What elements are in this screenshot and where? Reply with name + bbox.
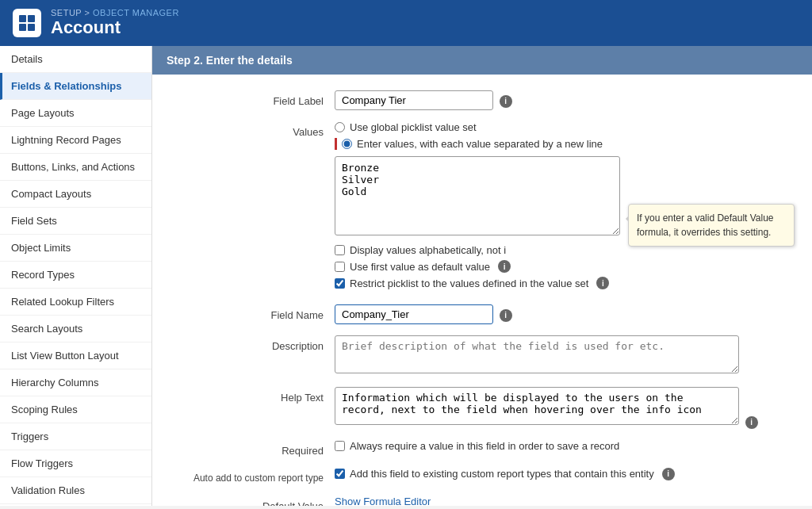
red-bar (335, 138, 337, 150)
field-label-input[interactable] (335, 90, 493, 110)
sidebar: DetailsFields & RelationshipsPage Layout… (0, 46, 152, 506)
tooltip-text: If you enter a valid Default Value formu… (637, 212, 774, 238)
use-global-radio[interactable] (335, 122, 345, 132)
required-checkbox-label: Always require a value in this field in … (350, 440, 619, 452)
tooltip-box: If you enter a valid Default Value formu… (628, 204, 795, 247)
auto-add-info-icon[interactable]: i (662, 468, 675, 480)
auto-add-content: Add this field to existing custom report… (335, 468, 788, 484)
field-name-content: i (335, 304, 788, 324)
sidebar-item-list-view-button-layout[interactable]: List View Button Layout (0, 343, 151, 369)
sidebar-item-fields-relationships[interactable]: Fields & Relationships (0, 73, 151, 100)
sidebar-item-buttons-links-actions[interactable]: Buttons, Links, and Actions (0, 154, 151, 181)
object-manager-link[interactable]: OBJECT MANAGER (93, 8, 179, 17)
restrict-checkbox[interactable] (335, 278, 345, 289)
required-label: Required (176, 440, 335, 457)
display-alpha-label: Display values alphabetically, not i (350, 244, 506, 256)
default-value-row: Default Value Show Formula Editor Use fo… (176, 496, 788, 506)
sidebar-item-object-limits[interactable]: Object Limits (0, 235, 151, 262)
app-header: SETUP > OBJECT MANAGER Account (0, 0, 812, 46)
values-content: Use global picklist value set Enter valu… (335, 121, 788, 293)
show-formula-editor-link[interactable]: Show Formula Editor (335, 496, 431, 506)
checkbox-group: Display values alphabetically, not i Use… (335, 244, 788, 289)
radio-enter-inner: Enter values, with each value separated … (342, 138, 603, 150)
required-checkbox-row: Always require a value in this field in … (335, 440, 788, 452)
svg-rect-0 (19, 15, 26, 22)
enter-values-radio[interactable] (342, 139, 352, 149)
sidebar-item-scoping-rules[interactable]: Scoping Rules (0, 396, 151, 423)
description-row: Description (176, 335, 788, 376)
breadcrumb: SETUP > OBJECT MANAGER (51, 8, 179, 17)
default-value-label: Default Value (176, 496, 335, 506)
field-name-label: Field Name (176, 304, 335, 321)
description-label: Description (176, 335, 335, 352)
restrict-info-icon[interactable]: i (596, 277, 609, 289)
sidebar-item-triggers[interactable]: Triggers (0, 423, 151, 450)
svg-rect-2 (19, 24, 26, 31)
auto-add-checkbox-row: Add this field to existing custom report… (335, 468, 788, 480)
sidebar-item-field-sets[interactable]: Field Sets (0, 208, 151, 235)
description-content (335, 335, 788, 376)
help-text-row: Help Text Information which will be disp… (176, 387, 788, 429)
use-first-checkbox[interactable] (335, 262, 345, 272)
required-content: Always require a value in this field in … (335, 440, 788, 456)
step-header: Step 2. Enter the details (152, 46, 812, 75)
checkbox-use-first-row: Use first value as default value i (335, 260, 788, 273)
radio-enter-wrapper: Enter values, with each value separated … (335, 138, 788, 150)
values-textarea-wrapper: Bronze Silver Gold If you enter a valid … (335, 156, 620, 238)
auto-add-label: Auto add to custom report type (176, 468, 335, 484)
sidebar-item-hierarchy-columns[interactable]: Hierarchy Columns (0, 369, 151, 396)
sidebar-item-related-lookup-filters[interactable]: Related Lookup Filters (0, 289, 151, 316)
description-textarea[interactable] (335, 335, 739, 373)
use-first-label: Use first value as default value (350, 261, 490, 273)
field-label-label: Field Label (176, 90, 335, 107)
field-label-row: Field Label i (176, 90, 788, 110)
values-row: Values Use global picklist value set (176, 121, 788, 293)
svg-rect-1 (28, 15, 35, 22)
auto-add-checkbox-label: Add this field to existing custom report… (350, 468, 654, 480)
main-content: Step 2. Enter the details Field Label i … (152, 46, 812, 506)
grid-icon (17, 13, 36, 33)
required-row: Required Always require a value in this … (176, 440, 788, 457)
sidebar-item-search-layouts[interactable]: Search Layouts (0, 316, 151, 343)
sidebar-item-lightning-record-pages[interactable]: Lightning Record Pages (0, 127, 151, 154)
header-text: SETUP > OBJECT MANAGER Account (51, 8, 179, 38)
values-textarea[interactable]: Bronze Silver Gold (335, 156, 620, 235)
enter-values-label: Enter values, with each value separated … (357, 138, 603, 150)
display-alpha-checkbox[interactable] (335, 245, 345, 255)
field-name-row: Field Name i (176, 304, 788, 324)
svg-rect-3 (28, 24, 35, 31)
checkbox-restrict-row: Restrict picklist to the values defined … (335, 277, 788, 289)
use-global-label: Use global picklist value set (350, 121, 477, 133)
sidebar-item-validation-rules[interactable]: Validation Rules (0, 477, 151, 504)
sidebar-item-record-types[interactable]: Record Types (0, 262, 151, 289)
help-text-content: Information which will be displayed to t… (335, 387, 788, 429)
use-first-info-icon[interactable]: i (498, 260, 511, 273)
auto-add-checkbox[interactable] (335, 469, 345, 479)
radio-enter-values: Enter values, with each value separated … (342, 138, 603, 150)
field-label-info-icon[interactable]: i (500, 95, 512, 108)
sidebar-item-details[interactable]: Details (0, 46, 151, 73)
help-text-info-icon[interactable]: i (745, 416, 758, 429)
radio-use-global: Use global picklist value set (335, 121, 788, 133)
form-area: Field Label i Values Use global picklist… (152, 75, 812, 506)
page-title: Account (51, 17, 179, 38)
values-label: Values (176, 121, 335, 138)
sidebar-item-flow-triggers[interactable]: Flow Triggers (0, 450, 151, 477)
restrict-label: Restrict picklist to the values defined … (350, 277, 588, 289)
field-label-content: i (335, 90, 788, 110)
default-value-content: Show Formula Editor Use formula syntax: … (335, 496, 788, 506)
sidebar-item-compact-layouts[interactable]: Compact Layouts (0, 181, 151, 208)
auto-add-row: Auto add to custom report type Add this … (176, 468, 788, 484)
values-radio-group: Use global picklist value set Enter valu… (335, 121, 788, 150)
help-text-textarea[interactable]: Information which will be displayed to t… (335, 387, 739, 425)
main-layout: DetailsFields & RelationshipsPage Layout… (0, 46, 812, 506)
field-name-info-icon[interactable]: i (500, 309, 512, 322)
required-checkbox[interactable] (335, 441, 345, 451)
sidebar-item-page-layouts[interactable]: Page Layouts (0, 100, 151, 127)
help-text-label: Help Text (176, 387, 335, 404)
field-name-input[interactable] (335, 304, 493, 324)
app-logo (13, 9, 41, 37)
